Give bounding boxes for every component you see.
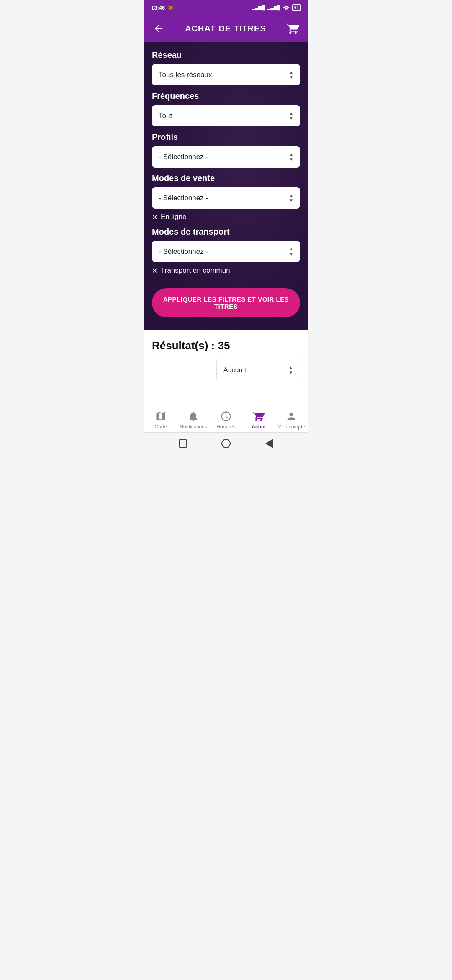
modes-transport-value: - Sélectionnez - <box>159 248 208 256</box>
nav-label-mon-compte: Mon compte <box>277 424 305 430</box>
status-time-area: 13:46 🔕 <box>151 5 174 11</box>
profils-arrows: ▲ ▼ <box>289 152 293 162</box>
transport-commun-remove[interactable]: ✕ <box>152 267 157 275</box>
page-title: ACHAT DE TITRES <box>185 24 266 34</box>
back-button[interactable] <box>153 23 164 34</box>
nav-item-achat[interactable]: Achat <box>242 409 275 430</box>
profils-label: Profils <box>152 132 300 142</box>
modes-transport-arrows: ▲ ▼ <box>289 247 293 256</box>
frequences-arrows: ▲ ▼ <box>289 111 293 121</box>
cart-nav-icon <box>253 409 265 422</box>
status-icons: ▂▄▆█ ▂▄▆█ 61 <box>252 4 301 11</box>
bell-icon <box>187 409 199 422</box>
sys-home-button[interactable] <box>220 438 232 449</box>
recent-apps-icon <box>179 439 187 448</box>
sys-square-button[interactable] <box>177 438 189 449</box>
clock-icon <box>220 409 232 422</box>
mute-icon: 🔕 <box>167 5 174 11</box>
transport-commun-label: Transport en commun <box>161 266 230 275</box>
nav-label-achat: Achat <box>252 424 265 430</box>
time: 13:46 <box>151 5 165 11</box>
modes-vente-value: - Sélectionnez - <box>159 194 208 202</box>
back-icon <box>265 439 273 448</box>
en-ligne-remove[interactable]: ✕ <box>152 213 157 221</box>
nav-label-carte: Carte <box>154 424 167 430</box>
reseau-select[interactable]: Tous les réseaux ▲ ▼ <box>152 64 300 85</box>
signal-icon-2: ▂▄▆█ <box>267 5 280 10</box>
map-icon <box>155 409 167 422</box>
nav-item-carte[interactable]: Carte <box>144 409 177 430</box>
person-icon <box>285 409 297 422</box>
home-icon <box>221 439 231 448</box>
cart-button[interactable] <box>287 22 299 35</box>
modes-vente-label: Modes de vente <box>152 173 300 183</box>
nav-label-notifications: Notifications <box>180 424 207 430</box>
sys-back-button[interactable] <box>263 438 275 449</box>
results-count: Résultat(s) : 35 <box>152 339 300 352</box>
en-ligne-tag-row: ✕ En ligne <box>152 213 300 221</box>
nav-item-mon-compte[interactable]: Mon compte <box>275 409 308 430</box>
wifi-icon <box>282 5 290 10</box>
en-ligne-label: En ligne <box>161 213 186 221</box>
frequences-value: Tout <box>159 112 172 120</box>
reseau-arrows: ▲ ▼ <box>289 70 293 80</box>
modes-vente-arrows: ▲ ▼ <box>289 193 293 203</box>
apply-filters-button[interactable]: APPLIQUER LES FILTRES ET VOIR LES TITRES <box>152 288 300 317</box>
modes-transport-label: Modes de transport <box>152 227 300 237</box>
system-nav-bar <box>144 432 308 454</box>
reseau-label: Réseau <box>152 50 300 60</box>
transport-commun-tag-row: ✕ Transport en commun <box>152 266 300 275</box>
results-section: Résultat(s) : 35 Aucun tri ▲ ▼ <box>144 330 308 388</box>
sort-select[interactable]: Aucun tri ▲ ▼ <box>216 359 300 381</box>
bottom-nav: Carte Notifications Horaires Achat <box>144 405 308 432</box>
reseau-value: Tous les réseaux <box>159 71 212 79</box>
status-bar: 13:46 🔕 ▂▄▆█ ▂▄▆█ 61 <box>144 0 308 15</box>
profils-value: - Sélectionnez - <box>159 153 208 161</box>
frequences-label: Fréquences <box>152 91 300 101</box>
header: ACHAT DE TITRES <box>144 15 308 42</box>
sort-value: Aucun tri <box>223 366 250 374</box>
signal-icon-1: ▂▄▆█ <box>252 5 265 10</box>
frequences-select[interactable]: Tout ▲ ▼ <box>152 105 300 126</box>
profils-select[interactable]: - Sélectionnez - ▲ ▼ <box>152 146 300 168</box>
nav-item-horaires[interactable]: Horaires <box>210 409 242 430</box>
filter-section: Réseau Tous les réseaux ▲ ▼ Fréquences T… <box>144 42 308 330</box>
spacer <box>144 388 308 405</box>
nav-label-horaires: Horaires <box>216 424 235 430</box>
battery-icon: 61 <box>292 4 301 11</box>
nav-item-notifications[interactable]: Notifications <box>177 409 210 430</box>
modes-vente-select[interactable]: - Sélectionnez - ▲ ▼ <box>152 187 300 209</box>
modes-transport-select[interactable]: - Sélectionnez - ▲ ▼ <box>152 241 300 262</box>
sort-arrows: ▲ ▼ <box>289 365 293 375</box>
